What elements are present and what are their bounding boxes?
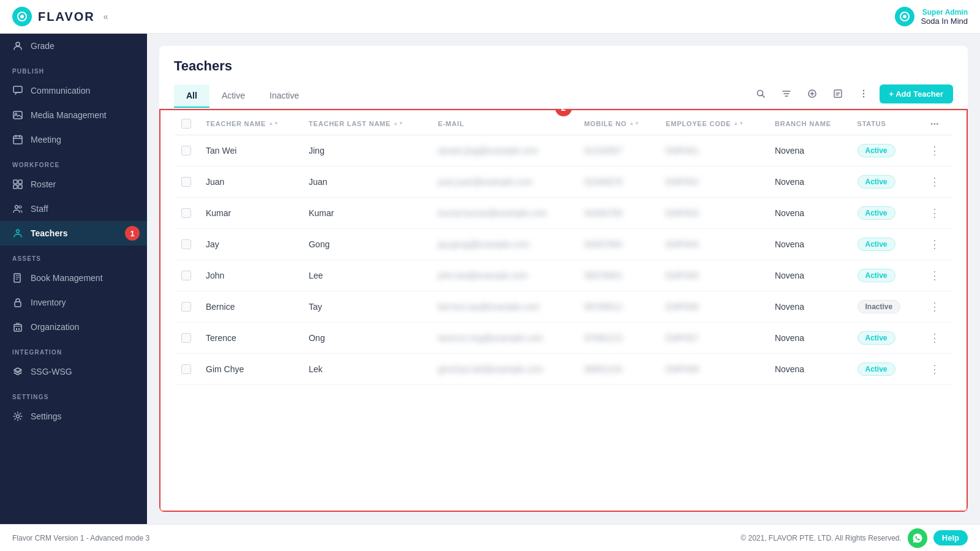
layers-icon	[12, 366, 23, 377]
col-branch-name: BRANCH NAME	[769, 110, 851, 135]
status-badge: Active	[858, 238, 895, 251]
row-menu-button[interactable]: ⋮	[927, 176, 943, 188]
row-checkbox[interactable]	[181, 239, 191, 249]
chat-icon	[12, 85, 23, 96]
table-row: Tan Wei Jing tanwei.jing@example.com 912…	[175, 135, 952, 167]
teacher-email: terence.ong@example.com	[432, 323, 578, 354]
select-all-checkbox[interactable]	[181, 119, 191, 129]
svg-rect-9	[13, 180, 17, 184]
sidebar-item-meeting[interactable]: Meeting	[0, 127, 147, 152]
teachers-table: TEACHER NAME ▲▼ TEACHER LAST NAME ▲▼	[175, 110, 952, 385]
svg-point-13	[15, 206, 18, 209]
row-menu-button[interactable]: ⋮	[927, 238, 943, 250]
sidebar-item-roster[interactable]: Roster	[0, 172, 147, 197]
tab-active[interactable]: Active	[209, 84, 257, 108]
svg-point-1	[20, 15, 24, 18]
teacher-mobile: 92345678	[578, 167, 660, 198]
teacher-email: jay.gong@example.com	[432, 229, 578, 260]
row-checkbox[interactable]	[181, 208, 191, 218]
top-header: FLAVOR « Super Admin Soda In Mind	[0, 0, 980, 34]
teacher-last-name: Jing	[303, 135, 432, 167]
row-menu-button[interactable]: ⋮	[927, 269, 943, 282]
svg-rect-19	[16, 328, 17, 330]
row-checkbox[interactable]	[181, 302, 191, 312]
teacher-emp-code: EMP005	[660, 260, 769, 291]
sidebar-item-book-management[interactable]: Book Management	[0, 266, 147, 290]
tab-all[interactable]: All	[174, 84, 209, 108]
teacher-mobile: 95678901	[578, 260, 660, 291]
more-options-icon-btn[interactable]	[854, 84, 873, 103]
row-menu-button[interactable]: ⋮	[927, 363, 943, 375]
svg-rect-10	[18, 180, 22, 184]
teacher-first-name: Bernice	[200, 291, 303, 323]
sidebar-item-grade[interactable]: Grade	[0, 34, 147, 58]
row-menu-button[interactable]: ⋮	[927, 332, 943, 344]
sidebar-item-settings[interactable]: Settings	[0, 404, 147, 429]
logo-icon	[12, 7, 32, 26]
row-checkbox[interactable]	[181, 271, 191, 280]
sort-arrows[interactable]: ▲▼	[629, 121, 639, 126]
teacher-branch: Novena	[769, 198, 851, 229]
teacher-mobile: 93456789	[578, 198, 660, 229]
sidebar-item-teachers[interactable]: Teachers 1	[0, 221, 147, 246]
teacher-first-name: Gim Chye	[200, 354, 303, 385]
row-checkbox[interactable]	[181, 364, 191, 374]
teacher-email: juan.juan@example.com	[432, 167, 578, 198]
export-icon-btn[interactable]	[828, 84, 848, 103]
help-button[interactable]: Help	[933, 530, 968, 545]
footer-right: © 2021, FLAVOR PTE. LTD. All Rights Rese…	[741, 528, 968, 548]
svg-point-21	[17, 415, 20, 418]
row-menu-button[interactable]: ⋮	[927, 144, 943, 157]
whatsapp-button[interactable]	[908, 528, 927, 548]
teacher-email: kumar.kumar@example.com	[432, 198, 578, 229]
col-teacher-last-name: TEACHER LAST NAME ▲▼	[303, 110, 432, 135]
teacher-emp-code: EMP004	[660, 229, 769, 260]
teacher-email: tanwei.jing@example.com	[432, 135, 578, 167]
row-menu-button[interactable]: ⋮	[927, 207, 943, 219]
sidebar-item-staff[interactable]: Staff	[0, 197, 147, 221]
svg-rect-16	[14, 274, 20, 282]
sidebar-item-communication[interactable]: Communication	[0, 78, 147, 103]
row-checkbox[interactable]	[181, 333, 191, 343]
filter-icon-btn[interactable]	[777, 84, 796, 103]
columns-icon-btn[interactable]	[802, 84, 822, 103]
sidebar-item-label: Organization	[31, 322, 79, 332]
svg-rect-12	[18, 185, 22, 189]
teacher-branch: Novena	[769, 135, 851, 167]
col-mobile-no: MOBILE NO ▲▼	[578, 110, 660, 135]
main-layout: Grade PUBLISH Communication Media Manage…	[0, 34, 980, 524]
teacher-branch: Novena	[769, 167, 851, 198]
svg-rect-20	[18, 328, 20, 330]
sort-arrows[interactable]: ▲▼	[733, 121, 744, 126]
sidebar-item-label: Meeting	[31, 135, 61, 144]
tab-inactive[interactable]: Inactive	[257, 84, 311, 108]
teacher-branch: Novena	[769, 291, 851, 323]
content-area: Teachers All Active Inactive	[147, 34, 980, 524]
table-row: John Lee john.lee@example.com 95678901 E…	[175, 260, 952, 291]
teacher-mobile: 97890123	[578, 323, 660, 354]
sidebar-item-media-management[interactable]: Media Management	[0, 103, 147, 127]
table-outer: 2 TEACHER NAME	[159, 109, 968, 512]
sidebar-item-label: Communication	[31, 86, 90, 96]
sidebar-item-label: Roster	[31, 179, 56, 189]
sidebar-item-label: Grade	[31, 41, 55, 51]
add-teacher-button[interactable]: + Add Teacher	[880, 84, 954, 103]
sidebar-item-ssg-wsg[interactable]: SSG-WSG	[0, 359, 147, 384]
teacher-first-name: Tan Wei	[200, 135, 303, 167]
sort-arrows[interactable]: ▲▼	[393, 121, 404, 126]
teacher-last-name: Lee	[303, 260, 432, 291]
grid-icon	[12, 179, 23, 190]
teacher-emp-code: EMP007	[660, 323, 769, 354]
sidebar-item-inventory[interactable]: Inventory	[0, 290, 147, 315]
row-checkbox[interactable]	[181, 146, 191, 156]
teacher-status: Active	[851, 354, 918, 385]
row-menu-button[interactable]: ⋮	[927, 301, 943, 313]
row-checkbox[interactable]	[181, 177, 191, 187]
sidebar-item-organization[interactable]: Organization	[0, 315, 147, 339]
search-icon-btn[interactable]	[751, 84, 771, 103]
teacher-mobile: 96789012	[578, 291, 660, 323]
teacher-status: Inactive	[851, 291, 918, 323]
collapse-icon[interactable]: «	[104, 12, 108, 21]
sort-arrows[interactable]: ▲▼	[268, 121, 279, 126]
col-status: STATUS	[851, 110, 918, 135]
